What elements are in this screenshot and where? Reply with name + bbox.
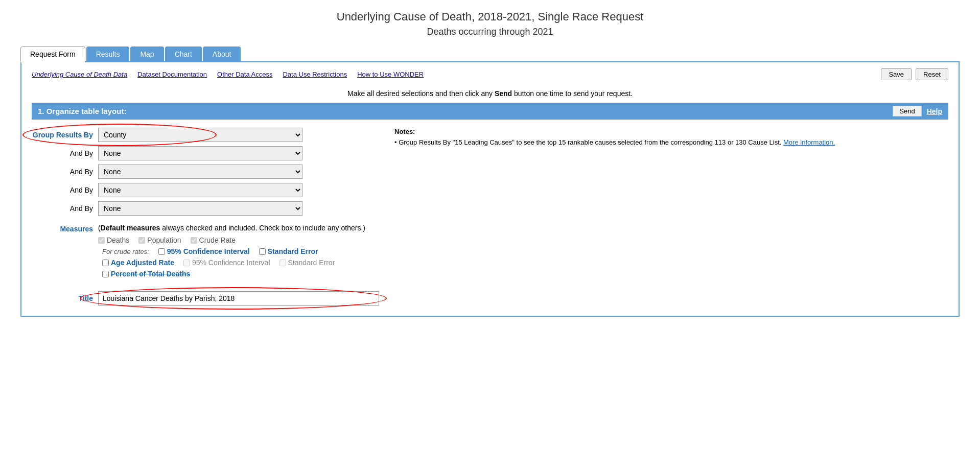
age-std-error-text: Standard Error — [288, 259, 335, 267]
deaths-label: Deaths — [107, 236, 129, 244]
link-data-use[interactable]: Data Use Restrictions — [283, 71, 347, 78]
section1-title: 1. Organize table layout: — [38, 107, 126, 115]
tab-results[interactable]: Results — [86, 46, 130, 61]
standard-error-checkbox[interactable] — [259, 248, 266, 255]
form-right: Notes: Group Results By "15 Leading Caus… — [394, 128, 948, 306]
percent-total-label[interactable]: Percent of Total Deaths — [102, 270, 190, 278]
and-by-select-4[interactable]: None County State Age Group Gender Race — [98, 201, 302, 216]
confidence-interval-checkbox[interactable] — [158, 248, 165, 255]
page-title: Underlying Cause of Death, 2018-2021, Si… — [20, 10, 960, 24]
age-adjusted-checkbox[interactable] — [102, 260, 109, 266]
and-by-row-2: And By None County State Age Group Gende… — [32, 165, 379, 179]
help-link-top[interactable]: Help — [927, 107, 942, 115]
age-std-error-checkbox[interactable] — [279, 260, 286, 266]
tab-about[interactable]: About — [203, 46, 241, 61]
section1-header: 1. Organize table layout: Send Help — [32, 103, 948, 120]
link-other-data[interactable]: Other Data Access — [217, 71, 272, 78]
crude-rate-checkbox-label[interactable]: Crude Rate — [191, 236, 236, 244]
crude-rate-checkbox[interactable] — [191, 237, 197, 244]
and-by-label-3: And By — [32, 186, 93, 194]
measures-content: (Default measures always checked and inc… — [98, 224, 379, 281]
tab-request-form[interactable]: Request Form — [20, 46, 85, 62]
measures-description: (Default measures always checked and inc… — [98, 224, 379, 232]
and-by-row-1: And By None County State Age Group Gende… — [32, 146, 379, 160]
measures-row: Measures (Default measures always checke… — [32, 224, 379, 281]
reset-button[interactable]: Reset — [916, 68, 948, 80]
save-button[interactable]: Save — [881, 68, 912, 80]
age-conf-interval-checkbox[interactable] — [183, 260, 190, 266]
and-by-select-2[interactable]: None County State Age Group Gender Race — [98, 165, 302, 179]
and-by-label-1: And By — [32, 149, 93, 157]
send-button-top[interactable]: Send — [893, 106, 921, 116]
page-subtitle: Deaths occurring through 2021 — [20, 27, 960, 37]
and-by-row-4: And By None County State Age Group Gende… — [32, 201, 379, 216]
confidence-interval-text: 95% Confidence Interval — [167, 247, 250, 255]
and-by-label-4: And By — [32, 204, 93, 213]
group-results-select[interactable]: County None State Age Group Gender Race … — [98, 128, 302, 142]
crude-rate-label: Crude Rate — [199, 236, 236, 244]
population-checkbox-label[interactable]: Population — [138, 236, 181, 244]
group-results-row: Group Results By County None State Age G… — [32, 128, 379, 142]
percent-total-text: Percent of Total Deaths — [111, 270, 190, 278]
notes-title: Notes: — [394, 128, 948, 135]
notes-section: Notes: Group Results By "15 Leading Caus… — [394, 128, 948, 146]
main-content: Underlying Cause of Death Data Dataset D… — [20, 62, 960, 317]
age-conf-interval-text: 95% Confidence Interval — [192, 259, 270, 267]
links-bar: Underlying Cause of Death Data Dataset D… — [32, 68, 948, 84]
standard-error-label[interactable]: Standard Error — [259, 247, 318, 255]
age-adjusted-text: Age Adjusted Rate — [111, 259, 174, 267]
measures-section: Measures (Default measures always checke… — [32, 224, 379, 281]
header-right: Send Help — [893, 106, 942, 116]
group-results-label: Group Results By — [32, 131, 93, 139]
and-by-select-1[interactable]: None County State Age Group Gender Race — [98, 146, 302, 160]
deaths-checkbox[interactable] — [98, 237, 105, 244]
tab-map[interactable]: Map — [130, 46, 164, 61]
age-conf-interval-label[interactable]: 95% Confidence Interval — [183, 259, 270, 267]
population-checkbox[interactable] — [138, 237, 145, 244]
link-underlying-cause[interactable]: Underlying Cause of Death Data — [32, 71, 127, 78]
standard-error-text: Standard Error — [268, 247, 318, 255]
form-left: Group Results By County None State Age G… — [32, 128, 379, 306]
notes-item-1: Group Results By "15 Leading Causes" to … — [394, 138, 948, 146]
deaths-checkbox-label[interactable]: Deaths — [98, 236, 129, 244]
percent-total-row: Percent of Total Deaths — [98, 270, 379, 278]
and-by-select-3[interactable]: None County State Age Group Gender Race — [98, 183, 302, 197]
population-label: Population — [147, 236, 181, 244]
crude-rates-label: For crude rates: — [102, 248, 149, 255]
percent-total-checkbox[interactable] — [102, 271, 109, 277]
notes-more-info[interactable]: More information. — [783, 138, 835, 146]
crude-rates-sub-row: For crude rates: 95% Confidence Interval… — [98, 247, 379, 255]
and-by-label-2: And By — [32, 168, 93, 176]
notes-list: Group Results By "15 Leading Causes" to … — [394, 138, 948, 146]
and-by-row-3: And By None County State Age Group Gende… — [32, 183, 379, 197]
default-measures-row: Deaths Population Crude Rate — [98, 236, 379, 244]
age-std-error-label[interactable]: Standard Error — [279, 259, 335, 267]
instruction-text: Make all desired selections and then cli… — [32, 89, 948, 98]
links-left: Underlying Cause of Death Data Dataset D… — [32, 71, 424, 78]
form-section: Group Results By County None State Age G… — [32, 128, 948, 306]
tabs-container: Request Form Results Map Chart About — [20, 46, 960, 62]
age-adjusted-row: Age Adjusted Rate 95% Confidence Interva… — [98, 259, 379, 267]
title-row: Title — [32, 291, 379, 306]
measures-label: Measures — [32, 224, 93, 233]
confidence-interval-label[interactable]: 95% Confidence Interval — [158, 247, 250, 255]
tab-chart[interactable]: Chart — [165, 46, 202, 61]
title-label: Title — [32, 294, 93, 302]
toolbar-buttons: Save Reset — [881, 68, 948, 80]
age-adjusted-rate-label[interactable]: Age Adjusted Rate — [102, 259, 174, 267]
link-dataset-doc[interactable]: Dataset Documentation — [137, 71, 207, 78]
title-input[interactable] — [98, 291, 379, 306]
link-how-to[interactable]: How to Use WONDER — [357, 71, 424, 78]
